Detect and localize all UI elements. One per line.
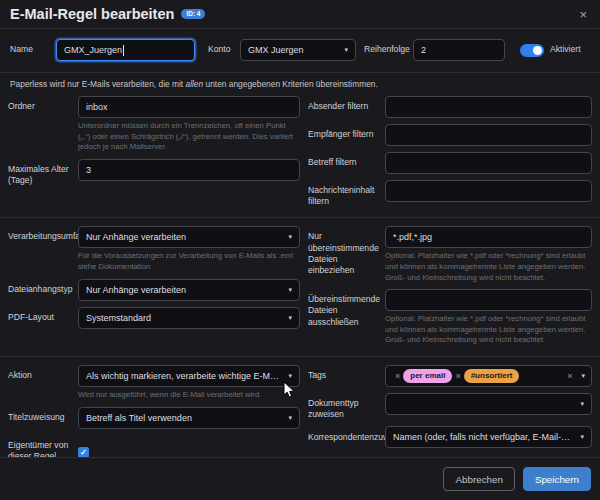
include-files-input[interactable]: *.pdf,*.jpg (385, 226, 592, 248)
filter-subject-label: Betreff filtern (308, 152, 385, 174)
check-icon: ✓ (80, 448, 87, 457)
account-label: Konto (208, 44, 240, 55)
chevron-down-icon: ▾ (581, 372, 585, 380)
filter-section: Ordner inbox Unterordner müssen durch ei… (0, 96, 600, 217)
action-hint: Wird nur ausgeführt, wenn die E-Mail ver… (78, 390, 300, 401)
remove-tag-icon[interactable]: × (392, 372, 403, 381)
filter-left-column: Ordner inbox Unterordner müssen durch ei… (8, 96, 300, 192)
tag-chip: per email (403, 369, 452, 383)
remove-tag-icon[interactable]: × (452, 372, 463, 381)
tags-field: Tags × per email × #unsortiert × ▾ (308, 365, 592, 387)
filter-subject-input[interactable] (385, 152, 592, 174)
include-files-field: Nur übereinstimmende Dateien einbeziehen… (308, 226, 592, 283)
chevron-down-icon: ▾ (288, 414, 292, 422)
filter-right-column: Absender filtern Empfänger filtern Betre… (308, 96, 592, 213)
filter-to-label: Empfänger filtern (308, 124, 385, 146)
modal-header: E-Mail-Regel bearbeiten ID: 4 × (0, 0, 600, 29)
pdf-layout-field: PDF-Layout Systemstandard ▾ (8, 307, 300, 329)
title-assign-field: Titelzuweisung Betreff als Titel verwend… (8, 407, 300, 429)
modal-footer: Abbrechen Speichern (0, 457, 600, 500)
chevron-down-icon: ▾ (288, 286, 292, 294)
pdf-layout-label: PDF-Layout (8, 307, 78, 329)
title-assign-select[interactable]: Betreff als Titel verwenden ▾ (78, 407, 300, 429)
processing-section: Verarbeitungsumfang Nur Anhänge verarbei… (0, 218, 600, 356)
scope-select[interactable]: Nur Anhänge verarbeiten ▾ (78, 226, 300, 248)
clear-tags-icon[interactable]: × (564, 372, 575, 381)
attachment-type-label: Dateianhangstyp (8, 279, 78, 301)
chevron-down-icon: ▾ (288, 233, 292, 241)
order-input[interactable]: 2 (413, 39, 505, 61)
account-select[interactable]: GMX Juergen ▾ (240, 39, 356, 61)
order-label: Reihenfolge (364, 44, 413, 55)
filter-body-input[interactable] (385, 180, 592, 202)
chevron-down-icon: ▾ (344, 46, 348, 54)
processing-right-column: Nur übereinstimmende Dateien einbeziehen… (308, 226, 592, 352)
folder-field: Ordner inbox Unterordner müssen durch ei… (8, 96, 300, 153)
include-files-hint: Optional. Platzhalter wie *.pdf oder *re… (385, 251, 592, 283)
enabled-toggle[interactable] (520, 44, 544, 57)
folder-label: Ordner (8, 96, 78, 153)
correspondent-label: Korrespondentenzuweisung (308, 426, 385, 448)
folder-input[interactable]: inbox (78, 96, 300, 118)
tags-label: Tags (308, 365, 385, 387)
max-age-input[interactable]: 3 (78, 159, 300, 181)
edit-mail-rule-dialog: E-Mail-Regel bearbeiten ID: 4 × Name GMX… (0, 0, 600, 500)
filter-to-field: Empfänger filtern (308, 124, 592, 146)
max-age-field: Maximales Alter (Tage) 3 (8, 159, 300, 186)
text-cursor (123, 45, 124, 56)
filter-body-label: Nachrichteninhalt filtern (308, 180, 385, 207)
include-files-label: Nur übereinstimmende Dateien einbeziehen (308, 226, 385, 283)
action-right-column: Tags × per email × #unsortiert × ▾ (308, 365, 592, 454)
action-field: Aktion Als wichtig markieren, verarbeite… (8, 365, 300, 401)
owner-assign-label: Eigentümer von dieser Regel zuweisen (8, 435, 78, 457)
filter-from-input[interactable] (385, 96, 592, 118)
cancel-button[interactable]: Abbrechen (443, 467, 514, 491)
filter-subject-field: Betreff filtern (308, 152, 592, 174)
action-label: Aktion (8, 365, 78, 401)
exclude-files-input[interactable] (385, 289, 592, 311)
id-badge: ID: 4 (181, 9, 205, 20)
save-button[interactable]: Speichern (523, 467, 591, 491)
name-input[interactable]: GMX_Juergen (56, 39, 195, 61)
max-age-label: Maximales Alter (Tage) (8, 159, 78, 186)
doc-type-field: Dokumenttyp zuweisen ▾ (308, 393, 592, 420)
attachment-type-field: Dateianhangstyp Nur Anhänge verarbeiten … (8, 279, 300, 301)
correspondent-field: Korrespondentenzuweisung Namen (oder, fa… (308, 426, 592, 448)
attachment-type-select[interactable]: Nur Anhänge verarbeiten ▾ (78, 279, 300, 301)
intro-text: Paperless wird nur E-Mails verarbeiten, … (0, 73, 600, 96)
processing-left-column: Verarbeitungsumfang Nur Anhänge verarbei… (8, 226, 300, 334)
action-section: Aktion Als wichtig markieren, verarbeite… (0, 357, 600, 457)
exclude-files-label: Übereinstimmende Dateien ausschließen (308, 289, 385, 346)
close-icon[interactable]: × (576, 7, 590, 22)
enabled-label: Aktiviert (550, 44, 581, 55)
owner-assign-checkbox[interactable]: ✓ (78, 447, 89, 457)
chevron-down-icon: ▾ (288, 372, 292, 380)
name-label: Name (10, 44, 56, 55)
action-select[interactable]: Als wichtig markieren, verarbeite wichti… (78, 365, 300, 387)
modal-body: Name GMX_Juergen Konto GMX Juergen ▾ Rei… (0, 29, 600, 457)
folder-hint: Unterordner müssen durch ein Trennzeiche… (78, 121, 300, 153)
filter-to-input[interactable] (385, 124, 592, 146)
filter-from-field: Absender filtern (308, 96, 592, 118)
dialog-title: E-Mail-Regel bearbeiten (10, 6, 174, 22)
filter-from-label: Absender filtern (308, 96, 385, 118)
action-left-column: Aktion Als wichtig markieren, verarbeite… (8, 365, 300, 457)
scope-field: Verarbeitungsumfang Nur Anhänge verarbei… (8, 226, 300, 272)
chevron-down-icon: ▾ (580, 400, 584, 408)
chevron-down-icon: ▾ (580, 433, 584, 441)
doc-type-select[interactable]: ▾ (385, 393, 592, 415)
tags-select[interactable]: × per email × #unsortiert × ▾ (385, 365, 592, 387)
correspondent-select[interactable]: Namen (oder, falls nicht verfügbar, E-Ma… (385, 426, 592, 448)
owner-assign-field: Eigentümer von dieser Regel zuweisen ✓ (8, 435, 300, 457)
exclude-files-hint: Optional. Platzhalter wie *.pdf oder *re… (385, 314, 592, 346)
pdf-layout-select[interactable]: Systemstandard ▾ (78, 307, 300, 329)
exclude-files-field: Übereinstimmende Dateien ausschließen Op… (308, 289, 592, 346)
title-assign-label: Titelzuweisung (8, 407, 78, 429)
scope-label: Verarbeitungsumfang (8, 226, 78, 272)
scope-hint: Für die Voraussetzungen zur Verarbeitung… (78, 251, 300, 272)
doc-type-label: Dokumenttyp zuweisen (308, 393, 385, 420)
tag-chip: #unsortiert (464, 369, 520, 383)
chevron-down-icon: ▾ (288, 314, 292, 322)
top-row: Name GMX_Juergen Konto GMX Juergen ▾ Rei… (0, 29, 600, 72)
filter-body-field: Nachrichteninhalt filtern (308, 180, 592, 207)
